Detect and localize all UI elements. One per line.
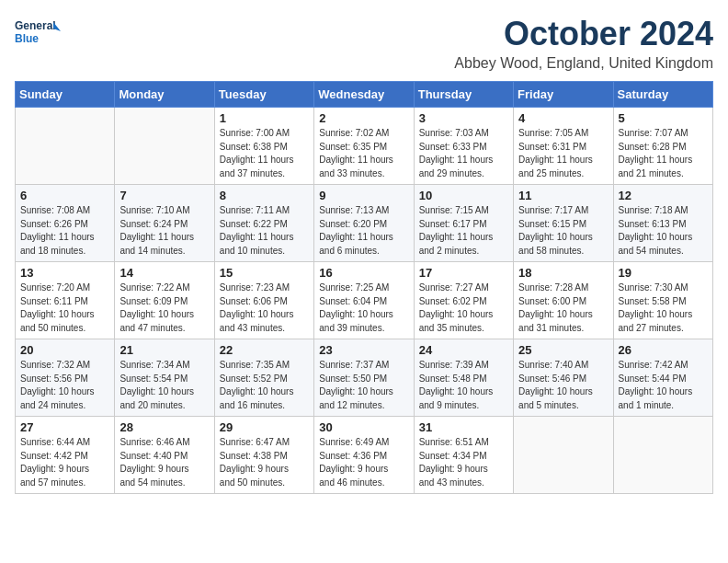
day-number: 18 [518, 266, 608, 280]
day-info: Sunrise: 7:07 AM Sunset: 6:28 PM Dayligh… [619, 127, 708, 180]
day-number: 13 [20, 266, 109, 280]
day-info: Sunrise: 6:51 AM Sunset: 4:34 PM Dayligh… [419, 436, 508, 489]
day-info: Sunrise: 7:17 AM Sunset: 6:15 PM Dayligh… [518, 204, 608, 258]
calendar-cell: 30Sunrise: 6:49 AM Sunset: 4:36 PM Dayli… [314, 417, 414, 494]
calendar-cell [16, 108, 115, 185]
day-number: 12 [619, 189, 708, 202]
day-info: Sunrise: 6:46 AM Sunset: 4:40 PM Dayligh… [119, 436, 209, 489]
calendar-week-row: 20Sunrise: 7:32 AM Sunset: 5:56 PM Dayli… [16, 339, 713, 417]
calendar-day-header: Monday [115, 82, 214, 108]
day-info: Sunrise: 7:30 AM Sunset: 5:58 PM Dayligh… [619, 282, 708, 335]
calendar-cell: 20Sunrise: 7:32 AM Sunset: 5:56 PM Dayli… [16, 339, 115, 417]
calendar-day-header: Wednesday [314, 82, 414, 108]
day-number: 6 [20, 189, 109, 202]
day-number: 27 [20, 420, 109, 434]
calendar-cell [115, 108, 214, 185]
calendar-cell: 10Sunrise: 7:15 AM Sunset: 6:17 PM Dayli… [414, 185, 513, 262]
page-header: General Blue October 2024 Abbey Wood, En… [15, 15, 713, 72]
calendar-cell: 16Sunrise: 7:25 AM Sunset: 6:04 PM Dayli… [314, 262, 414, 339]
calendar-day-header: Saturday [613, 82, 712, 108]
svg-text:General: General [15, 19, 56, 32]
day-info: Sunrise: 7:10 AM Sunset: 6:24 PM Dayligh… [119, 204, 209, 258]
day-info: Sunrise: 6:44 AM Sunset: 4:42 PM Dayligh… [20, 436, 109, 489]
day-info: Sunrise: 7:39 AM Sunset: 5:48 PM Dayligh… [419, 359, 508, 412]
day-info: Sunrise: 6:49 AM Sunset: 4:36 PM Dayligh… [319, 436, 408, 489]
calendar-cell: 23Sunrise: 7:37 AM Sunset: 5:50 PM Dayli… [314, 339, 414, 417]
day-number: 21 [119, 343, 209, 357]
day-info: Sunrise: 7:13 AM Sunset: 6:20 PM Dayligh… [319, 204, 408, 258]
calendar-cell [613, 417, 712, 494]
day-info: Sunrise: 7:42 AM Sunset: 5:44 PM Dayligh… [619, 359, 708, 412]
day-number: 24 [419, 343, 508, 357]
calendar-cell: 11Sunrise: 7:17 AM Sunset: 6:15 PM Dayli… [514, 185, 613, 262]
calendar-cell: 29Sunrise: 6:47 AM Sunset: 4:38 PM Dayli… [214, 417, 313, 494]
calendar-cell [514, 417, 613, 494]
day-number: 10 [419, 189, 508, 202]
day-info: Sunrise: 7:11 AM Sunset: 6:22 PM Dayligh… [220, 204, 309, 258]
calendar-week-row: 13Sunrise: 7:20 AM Sunset: 6:11 PM Dayli… [16, 262, 713, 339]
logo-svg: General Blue [15, 15, 61, 52]
day-number: 4 [518, 111, 608, 125]
day-info: Sunrise: 7:03 AM Sunset: 6:33 PM Dayligh… [419, 127, 508, 180]
calendar-cell: 5Sunrise: 7:07 AM Sunset: 6:28 PM Daylig… [613, 108, 712, 185]
calendar-cell: 13Sunrise: 7:20 AM Sunset: 6:11 PM Dayli… [16, 262, 115, 339]
calendar-cell: 1Sunrise: 7:00 AM Sunset: 6:38 PM Daylig… [214, 108, 313, 185]
calendar-cell: 12Sunrise: 7:18 AM Sunset: 6:13 PM Dayli… [613, 185, 712, 262]
day-number: 3 [419, 111, 508, 125]
calendar-cell: 3Sunrise: 7:03 AM Sunset: 6:33 PM Daylig… [414, 108, 513, 185]
calendar-cell: 31Sunrise: 6:51 AM Sunset: 4:34 PM Dayli… [414, 417, 513, 494]
calendar-cell: 14Sunrise: 7:22 AM Sunset: 6:09 PM Dayli… [115, 262, 214, 339]
page-title: October 2024 [454, 15, 713, 53]
calendar-cell: 19Sunrise: 7:30 AM Sunset: 5:58 PM Dayli… [613, 262, 712, 339]
calendar-cell: 18Sunrise: 7:28 AM Sunset: 6:00 PM Dayli… [514, 262, 613, 339]
day-info: Sunrise: 7:25 AM Sunset: 6:04 PM Dayligh… [319, 282, 408, 335]
day-info: Sunrise: 7:32 AM Sunset: 5:56 PM Dayligh… [20, 359, 109, 412]
calendar-cell: 25Sunrise: 7:40 AM Sunset: 5:46 PM Dayli… [514, 339, 613, 417]
calendar-day-header: Tuesday [214, 82, 313, 108]
day-number: 26 [619, 343, 708, 357]
day-number: 14 [119, 266, 209, 280]
day-info: Sunrise: 7:23 AM Sunset: 6:06 PM Dayligh… [220, 282, 309, 335]
day-info: Sunrise: 7:40 AM Sunset: 5:46 PM Dayligh… [518, 359, 608, 412]
day-info: Sunrise: 7:02 AM Sunset: 6:35 PM Dayligh… [319, 127, 408, 180]
day-info: Sunrise: 7:22 AM Sunset: 6:09 PM Dayligh… [119, 282, 209, 335]
calendar-day-header: Friday [514, 82, 613, 108]
calendar-cell: 28Sunrise: 6:46 AM Sunset: 4:40 PM Dayli… [115, 417, 214, 494]
day-info: Sunrise: 7:15 AM Sunset: 6:17 PM Dayligh… [419, 204, 508, 258]
day-number: 23 [319, 343, 408, 357]
day-info: Sunrise: 7:35 AM Sunset: 5:52 PM Dayligh… [220, 359, 309, 412]
day-info: Sunrise: 7:08 AM Sunset: 6:26 PM Dayligh… [20, 204, 109, 258]
calendar-week-row: 6Sunrise: 7:08 AM Sunset: 6:26 PM Daylig… [16, 185, 713, 262]
calendar-cell: 6Sunrise: 7:08 AM Sunset: 6:26 PM Daylig… [16, 185, 115, 262]
calendar-day-header: Thursday [414, 82, 513, 108]
day-number: 30 [319, 420, 408, 434]
day-number: 15 [220, 266, 309, 280]
day-info: Sunrise: 7:27 AM Sunset: 6:02 PM Dayligh… [419, 282, 508, 335]
title-block: October 2024 Abbey Wood, England, United… [454, 15, 713, 72]
day-number: 31 [419, 420, 508, 434]
calendar-cell: 26Sunrise: 7:42 AM Sunset: 5:44 PM Dayli… [613, 339, 712, 417]
day-info: Sunrise: 7:18 AM Sunset: 6:13 PM Dayligh… [619, 204, 708, 258]
calendar-cell: 15Sunrise: 7:23 AM Sunset: 6:06 PM Dayli… [214, 262, 313, 339]
calendar-table: SundayMondayTuesdayWednesdayThursdayFrid… [15, 81, 713, 494]
svg-text:Blue: Blue [15, 32, 39, 45]
calendar-cell: 2Sunrise: 7:02 AM Sunset: 6:35 PM Daylig… [314, 108, 414, 185]
day-number: 20 [20, 343, 109, 357]
day-number: 19 [619, 266, 708, 280]
calendar-header-row: SundayMondayTuesdayWednesdayThursdayFrid… [16, 82, 713, 108]
day-number: 16 [319, 266, 408, 280]
calendar-cell: 7Sunrise: 7:10 AM Sunset: 6:24 PM Daylig… [115, 185, 214, 262]
day-number: 17 [419, 266, 508, 280]
day-number: 1 [220, 111, 309, 125]
calendar-cell: 4Sunrise: 7:05 AM Sunset: 6:31 PM Daylig… [514, 108, 613, 185]
day-number: 5 [619, 111, 708, 125]
day-info: Sunrise: 7:20 AM Sunset: 6:11 PM Dayligh… [20, 282, 109, 335]
day-number: 28 [119, 420, 209, 434]
day-number: 8 [220, 189, 309, 202]
day-info: Sunrise: 6:47 AM Sunset: 4:38 PM Dayligh… [220, 436, 309, 489]
calendar-week-row: 1Sunrise: 7:00 AM Sunset: 6:38 PM Daylig… [16, 108, 713, 185]
calendar-day-header: Sunday [16, 82, 115, 108]
day-info: Sunrise: 7:28 AM Sunset: 6:00 PM Dayligh… [518, 282, 608, 335]
logo: General Blue [15, 15, 61, 52]
day-number: 7 [119, 189, 209, 202]
